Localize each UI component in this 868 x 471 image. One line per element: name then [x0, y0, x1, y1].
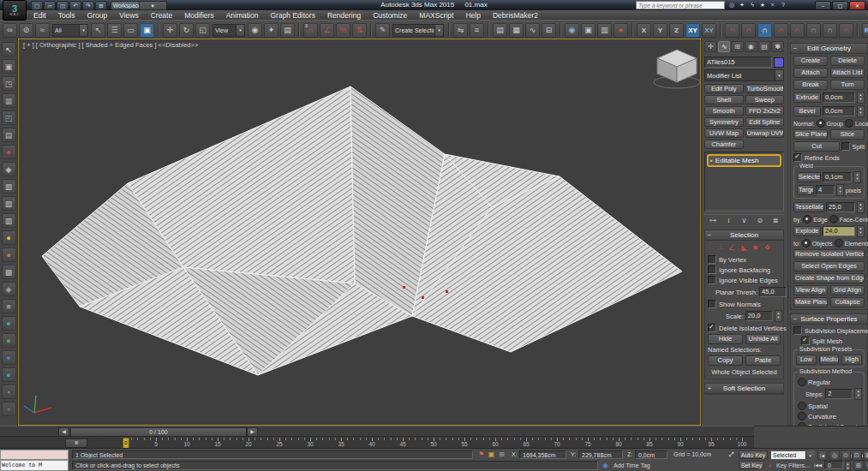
make-unique-icon[interactable]: ∨ [739, 216, 750, 225]
edit-spline-modifier-button[interactable]: Edit Spline [745, 117, 785, 127]
vertex-mode-icon[interactable]: ∴ [717, 243, 722, 252]
edit-geometry-rollout-header[interactable]: − Edit Geometry [791, 44, 867, 54]
key-filters-button[interactable]: Key Filters... [776, 462, 810, 468]
absolute-mode-icon[interactable]: ⊞ [497, 450, 506, 459]
workspace-dropdown[interactable]: Workspace: Default▾ [111, 1, 167, 10]
diamond-tool-icon[interactable]: ◆ [2, 162, 16, 176]
show-end-result-icon[interactable]: I [723, 216, 733, 225]
search-icon[interactable]: ◎ [727, 1, 737, 9]
edit-poly-modifier-button[interactable]: Edit Poly [704, 84, 744, 93]
menu-create[interactable]: Create [145, 11, 179, 20]
tab-motion[interactable]: ◉ [745, 41, 757, 52]
go-to-start-icon[interactable]: |◀ [817, 450, 827, 461]
previous-key-icon[interactable]: |◀◀ [814, 462, 822, 468]
configure-modifier-sets-icon[interactable]: ≣ [770, 216, 781, 225]
percent-snap-icon[interactable]: % [336, 23, 350, 38]
regular-radio[interactable] [798, 378, 806, 386]
favorites-icon[interactable]: ★ [757, 1, 768, 9]
viewport[interactable]: [ + ] [ Orthographic ] [ Shaded + Edged … [18, 39, 701, 426]
bind-to-spacewarp-icon[interactable]: ≈ [35, 23, 50, 38]
search-input[interactable] [636, 1, 725, 9]
edge-mode-icon[interactable]: ∠ [728, 243, 735, 252]
edge-snap-icon[interactable]: ∩ [774, 23, 788, 38]
explode-button[interactable]: Explode [793, 226, 821, 236]
box-primitive-icon[interactable]: ▣ [2, 59, 16, 74]
new-file-icon[interactable]: ▢ [31, 1, 43, 10]
shell-modifier-button[interactable]: Shell [704, 95, 744, 104]
menu-debrismaker2[interactable]: DebrisMaker2 [487, 11, 544, 20]
maxscript-mini-listener[interactable]: Welcome to M [0, 460, 69, 471]
angle-snap-icon[interactable]: ∠ [320, 23, 334, 38]
pan-icon[interactable]: ✛ [865, 461, 868, 471]
rectangular-selection-region-icon[interactable]: ▭ [123, 23, 138, 38]
turbosmooth-modifier-button[interactable]: TurboSmooth [745, 84, 785, 93]
zoom-all-icon[interactable]: ⊙ [841, 450, 851, 461]
menu-help[interactable]: Help [459, 11, 486, 20]
keyboard-override-icon[interactable]: ▤ [280, 23, 295, 38]
current-frame-field[interactable]: 0 [824, 461, 843, 469]
set-key-button[interactable]: Set Key [739, 461, 764, 469]
copy-button[interactable]: Copy [708, 355, 743, 366]
help-icon[interactable]: ? [778, 1, 788, 9]
weld-target-field[interactable]: 4 [816, 185, 835, 195]
select-and-scale-icon[interactable]: ◱ [195, 23, 210, 38]
window-crossing-icon[interactable]: ▣ [140, 23, 154, 38]
curvature-radio[interactable] [798, 412, 806, 420]
object-name-field[interactable]: ATiles015 [704, 57, 772, 68]
selection-lock-icon[interactable]: ▣ [487, 450, 496, 459]
green-sphere-icon[interactable]: ● [2, 333, 16, 348]
x-coordinate-field[interactable]: 1694,358cm [519, 450, 566, 459]
high-button[interactable]: High [841, 355, 862, 365]
soft-selection-rollout-header[interactable]: + Soft Selection [705, 384, 783, 394]
tab-display[interactable]: ▤ [758, 41, 771, 52]
slice-button[interactable]: Slice [830, 129, 865, 140]
frame-spinner[interactable]: ▴▾ [845, 461, 851, 471]
select-and-rotate-icon[interactable]: ↻ [179, 23, 194, 38]
remove-isolated-vertices-button[interactable]: Remove Isolated Vertices [793, 249, 865, 259]
select-and-link-icon[interactable]: ∞ [3, 23, 17, 38]
orange-sphere-icon[interactable]: ● [2, 247, 16, 262]
pin-stack-icon[interactable]: ⊶ [708, 216, 718, 225]
axis-xy-snap-icon[interactable]: XY [702, 23, 716, 38]
rb-button[interactable]: RB [862, 23, 868, 38]
weld-selected-field[interactable]: 0,1cm [823, 172, 852, 182]
stack-item-editable-mesh[interactable]: ▪ Editable Mesh [707, 154, 781, 167]
menu-modifiers[interactable]: Modifiers [178, 11, 219, 20]
spinner-snap-icon[interactable]: ⇅ [352, 23, 367, 38]
menu-rendering[interactable]: Rendering [321, 11, 367, 20]
chamfer-modifier-button[interactable]: Chamfer [704, 140, 744, 149]
y-coordinate-field[interactable]: 229,788cm [578, 450, 623, 459]
snaps-toggle-icon[interactable]: ∩3 [303, 23, 318, 38]
maxscript-mini-listener-macro[interactable] [0, 450, 69, 460]
hide-button[interactable]: Hide [708, 334, 743, 344]
by-edge-radio[interactable] [803, 215, 811, 224]
split-mesh-checkbox[interactable]: Split Mesh [801, 337, 865, 345]
exchange-icon[interactable]: ✕ [768, 1, 778, 9]
chevron-down-icon[interactable]: ▾ [79, 25, 87, 36]
object-color-swatch[interactable] [774, 57, 784, 68]
weld-selected-button[interactable]: Selected [797, 172, 821, 182]
layer-a-icon[interactable]: ▥ [2, 179, 16, 194]
menu-customize[interactable]: Customize [367, 11, 413, 20]
midpoint-snap-icon[interactable]: ∩ [790, 23, 805, 38]
chevron-down-icon[interactable]: ▾ [236, 25, 244, 36]
to-elements-radio[interactable] [835, 239, 843, 247]
extrude-button[interactable]: Extrude [793, 92, 821, 103]
normals-scale-spinner[interactable]: ▴▾ [775, 310, 782, 322]
normal-group-radio[interactable] [817, 119, 825, 128]
make-planar-button[interactable]: Make Planar [793, 297, 828, 307]
lightning-icon[interactable]: ϟ [747, 1, 757, 9]
select-and-move-icon[interactable]: ✛ [163, 23, 177, 38]
zoom-extents-icon[interactable]: ⊡ [852, 450, 862, 461]
steps-spinner[interactable]: ▴▾ [854, 388, 862, 400]
isolate-pin-icon[interactable]: ⚑ [476, 450, 486, 459]
paste-button[interactable]: Paste [745, 355, 781, 366]
open-file-icon[interactable]: ▱ [44, 1, 56, 10]
ignore-visible-edges-checkbox[interactable]: Ignore Visible Edges [708, 276, 781, 284]
symmetry-modifier-button[interactable]: Symmetry [704, 117, 744, 127]
show-normals-checkbox[interactable]: Show Normals [708, 300, 781, 308]
by-vertex-checkbox[interactable]: By Vertex [708, 255, 781, 264]
tessellate-field[interactable]: 25,0 [826, 202, 855, 212]
tab-create[interactable]: ✛ [704, 41, 717, 52]
break-button[interactable]: Break [793, 80, 828, 90]
